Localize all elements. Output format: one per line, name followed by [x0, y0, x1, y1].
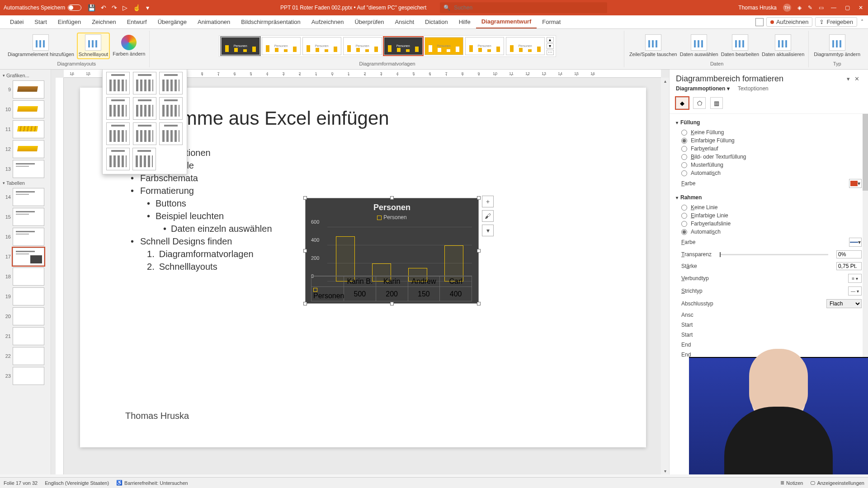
chart-style-thumb-1[interactable]: Personen	[221, 37, 260, 55]
tab-home[interactable]: Start	[29, 15, 52, 28]
swap-row-col-button[interactable]: Zeile/Spalte tauschen	[629, 34, 677, 57]
styles-gallery-more[interactable]: ▴▾⋯	[547, 37, 554, 55]
thumbnail-17-active[interactable]: 17	[0, 247, 51, 267]
window-layout-icon[interactable]: ▭	[819, 5, 824, 11]
autosave-switch-icon[interactable]	[68, 5, 81, 11]
thumbnail-11[interactable]: 11	[0, 119, 51, 139]
compound-dropdown[interactable]: ≡ ▾	[848, 274, 862, 283]
redo-icon[interactable]: ↷	[112, 4, 117, 11]
chart-styles-gallery[interactable]: Personen Personen Personen Personen Pers…	[219, 35, 556, 57]
present-from-start-icon[interactable]: ▷	[123, 4, 127, 11]
section-tables[interactable]: Tabellen	[0, 179, 51, 187]
quick-layout-7[interactable]	[106, 122, 130, 145]
qat-more-icon[interactable]: ▾	[146, 4, 149, 11]
pin-icon[interactable]: ✎	[808, 5, 812, 11]
thumbnail-14[interactable]: 14	[0, 187, 51, 207]
section-graphics[interactable]: Grafiken...	[0, 71, 51, 80]
change-colors-button[interactable]: Farben ändern	[113, 35, 145, 56]
share-button[interactable]: ⇪Freigeben	[815, 17, 857, 27]
tab-transitions[interactable]: Übergänge	[152, 15, 192, 28]
close-button[interactable]: ✕	[857, 5, 864, 11]
chart-data-table[interactable]: Karin B. Karin Andrew Carl Personen 500 …	[311, 276, 472, 301]
format-tab-text-options[interactable]: Textoptionen	[738, 85, 769, 92]
format-pane-dropdown-icon[interactable]: ▾	[844, 75, 852, 82]
thumbnail-9[interactable]: 9	[0, 80, 51, 99]
transparency-input[interactable]	[836, 250, 862, 258]
resize-handle[interactable]	[477, 302, 481, 305]
quick-layout-button[interactable]: Schnelllayout	[77, 33, 110, 59]
tab-file[interactable]: Datei	[5, 15, 29, 28]
search-box[interactable]: 🔍	[440, 2, 607, 13]
tab-dictation[interactable]: Dictation	[420, 15, 453, 28]
tab-chart-design[interactable]: Diagrammentwurf	[476, 15, 537, 28]
resize-handle[interactable]	[477, 249, 481, 253]
chart-style-thumb-7[interactable]: Personen	[465, 37, 504, 55]
slide-editor[interactable]: 1615141312111098765432101234567891011121…	[51, 70, 669, 474]
vertical-scrollbar[interactable]: ▴▾	[661, 78, 669, 474]
notes-toggle[interactable]: ≣Notizen	[780, 480, 803, 486]
resize-handle[interactable]	[303, 302, 307, 305]
tab-format[interactable]: Format	[537, 15, 566, 28]
tab-draw[interactable]: Zeichnen	[86, 15, 121, 28]
thumbnail-19[interactable]: 19	[0, 286, 51, 306]
quick-layout-2[interactable]	[133, 72, 156, 94]
thumbnail-15[interactable]: 15	[0, 207, 51, 227]
save-icon[interactable]: 💾	[88, 4, 95, 11]
language-indicator[interactable]: Englisch (Vereinigte Staaten)	[45, 480, 109, 486]
maximize-button[interactable]: ▢	[844, 5, 851, 11]
thumbnail-13[interactable]: 13	[0, 159, 51, 179]
search-input[interactable]	[454, 5, 604, 11]
effects-category-icon[interactable]: ⬠	[693, 97, 706, 109]
thumbnail-12[interactable]: 12	[0, 139, 51, 159]
comments-icon[interactable]	[755, 18, 764, 26]
quick-layout-3[interactable]	[159, 72, 183, 94]
slide-thumbnail-panel[interactable]: Grafiken... 9 10 11 12 13 Tabellen 14 15…	[0, 70, 51, 474]
fill-gradient-radio[interactable]: Farbverlauf	[676, 145, 862, 153]
line-color-picker[interactable]: ▾	[849, 238, 862, 247]
user-avatar[interactable]: TH	[783, 4, 791, 12]
tab-record[interactable]: Aufzeichnen	[306, 15, 349, 28]
chart-style-thumb-2[interactable]: Personen	[262, 37, 301, 55]
tab-design[interactable]: Entwurf	[122, 15, 152, 28]
transparency-slider[interactable]	[720, 254, 828, 255]
resize-handle[interactable]	[303, 196, 307, 200]
quick-layout-8[interactable]	[133, 122, 156, 145]
chart-elements-button[interactable]: +	[482, 196, 494, 207]
fill-pattern-radio[interactable]: Musterfüllung	[676, 161, 862, 169]
chart-filter-button[interactable]: ▾	[482, 225, 494, 236]
resize-handle[interactable]	[390, 196, 394, 200]
chart-object[interactable]: Personen Personen 0 200 400 600	[305, 198, 479, 304]
collapse-ribbon-icon[interactable]: ˄	[861, 19, 863, 25]
section-fill-header[interactable]: Füllung	[676, 119, 862, 126]
dash-dropdown[interactable]: — ▾	[848, 286, 862, 296]
quick-layout-9[interactable]	[159, 122, 183, 145]
fill-color-picker[interactable]: ▾	[849, 179, 862, 188]
thumbnail-10[interactable]: 10	[0, 99, 51, 119]
line-auto-radio[interactable]: Automatisch	[676, 228, 862, 236]
fill-picture-radio[interactable]: Bild- oder Texturfüllung	[676, 153, 862, 161]
tab-review[interactable]: Überprüfen	[349, 15, 389, 28]
section-border-header[interactable]: Rahmen	[676, 194, 862, 201]
format-tab-chart-options[interactable]: Diagrammoptionen ▾	[676, 85, 730, 92]
scroll-up-icon[interactable]: ▴	[664, 79, 666, 84]
line-none-radio[interactable]: Keine Linie	[676, 203, 862, 211]
refresh-data-button[interactable]: Daten aktualisieren	[762, 34, 804, 57]
quick-layout-5[interactable]	[133, 97, 156, 120]
tab-insert[interactable]: Einfügen	[52, 15, 86, 28]
line-solid-radio[interactable]: Einfarbige Linie	[676, 211, 862, 220]
edit-data-button[interactable]: Daten bearbeiten	[721, 34, 759, 57]
quick-layout-10[interactable]	[106, 148, 130, 170]
chart-legend[interactable]: Personen	[306, 214, 478, 221]
size-category-icon[interactable]: ▥	[710, 97, 723, 109]
cap-select[interactable]: Flach	[826, 299, 862, 308]
minimize-button[interactable]: —	[830, 5, 837, 11]
tab-view[interactable]: Ansicht	[389, 15, 420, 28]
chart-title[interactable]: Personen	[306, 198, 478, 212]
add-chart-element-button[interactable]: Diagrammelement hinzufügen	[8, 34, 74, 57]
quick-layout-dropdown[interactable]	[102, 70, 187, 174]
display-settings[interactable]: 🖵Anzeigeeinstellungen	[810, 480, 864, 486]
thumbnail-16[interactable]: 16	[0, 227, 51, 247]
resize-handle[interactable]	[390, 302, 394, 305]
record-button[interactable]: Aufzeichnen	[766, 17, 813, 27]
quick-layout-11[interactable]	[132, 148, 156, 170]
